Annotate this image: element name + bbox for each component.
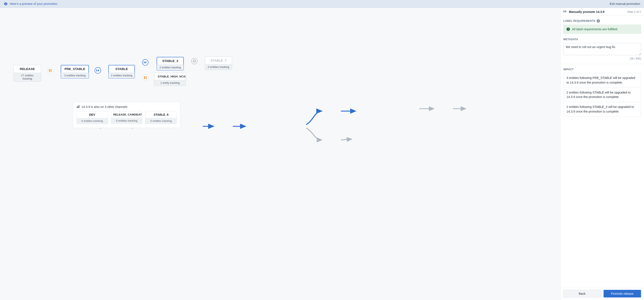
side-panel-title: Manually promote 14.3.9: [569, 10, 604, 13]
impact-item: 3 entities following PRE_STABLE will be …: [564, 73, 641, 88]
promote-release-button[interactable]: Promote release: [604, 290, 641, 298]
other-channel-sub: 0 entities tracking: [77, 118, 108, 124]
flow-node-stable-7[interactable]: STABLE_7 0 entities tracking: [205, 56, 232, 70]
flow-node-name: RELEASE: [14, 65, 41, 73]
label-requirements-ok-alert: i All label requirements are fulfilled.: [563, 25, 641, 34]
impact-item: 2 entities following STABLE will be upgr…: [564, 88, 641, 102]
label-requirements-heading: LABEL REQUIREMENTS i: [563, 19, 641, 23]
flow-node-name: STABLE_HIGH_SCALE: [154, 73, 186, 80]
label-requirements-ok-text: All label requirements are fulfilled.: [572, 27, 618, 31]
eye-icon: [4, 2, 8, 5]
fast-forward-icon: [144, 61, 147, 64]
flow-node-name: PRE_STABLE: [61, 65, 89, 73]
other-channel-card[interactable]: STABLE_6 0 entities tracking: [145, 111, 177, 124]
flow-gate-pause-2[interactable]: [142, 74, 148, 81]
flow-node-name: STABLE: [108, 65, 135, 73]
impact-list: 3 entities following PRE_STABLE will be …: [563, 73, 641, 117]
other-channel-name: DEV: [77, 111, 108, 118]
flow-gate-forward-1[interactable]: [95, 67, 101, 74]
svg-line-9: [194, 60, 195, 62]
svg-line-5: [341, 139, 352, 140]
flow-node-sub: 1 entity tracking: [154, 80, 186, 86]
info-icon[interactable]: i: [596, 19, 600, 23]
flow-connectors: [0, 8, 560, 300]
flow-node-stable[interactable]: STABLE 2 entities tracking: [108, 65, 135, 78]
impact-heading: IMPACT: [563, 68, 641, 71]
divider: [560, 64, 644, 64]
other-channel-card[interactable]: DEV 0 entities tracking: [76, 111, 108, 124]
ok-info-icon: i: [566, 27, 570, 31]
metadata-textarea[interactable]: [563, 43, 641, 55]
side-panel-step: Step 2 of 2: [627, 10, 641, 13]
flow-node-name: STABLE_7: [205, 57, 232, 64]
other-channels-heading: 14.3.9 is also on 3 other channels: [82, 105, 128, 108]
flow-node-stable-3[interactable]: STABLE_3 2 entities tracking: [157, 57, 184, 70]
flow-node-name: STABLE_3: [157, 57, 184, 64]
promotion-flow-canvas[interactable]: RELEASE 17 entities tracking PRE_STABLE …: [0, 8, 560, 300]
pause-icon: [49, 69, 52, 72]
other-channel-sub: 0 entities tracking: [111, 118, 142, 124]
other-channels-list: DEV 0 entities tracking RELEASE_CANDIDAT…: [76, 111, 177, 124]
other-channels-panel: 14.3.9 is also on 3 other channels DEV 0…: [73, 102, 180, 128]
other-channel-name: STABLE_6: [146, 111, 176, 118]
block-icon: [193, 59, 196, 63]
preview-banner-text: Here's a preview of your promotion.: [10, 2, 58, 5]
fast-forward-icon: [563, 10, 567, 13]
flow-node-sub: 3 entities tracking: [61, 73, 89, 78]
flow-node-sub: 17 entities tracking: [14, 73, 41, 81]
flow-gate-pause-1[interactable]: [47, 67, 53, 74]
flow-gate-forward-2[interactable]: [142, 59, 148, 66]
fast-forward-icon: [96, 69, 100, 72]
other-channel-card[interactable]: RELEASE_CANDIDATE 0 entities tracking: [111, 111, 142, 124]
flow-node-sub: 2 entities tracking: [157, 64, 184, 70]
metadata-heading: METADATA: [563, 38, 641, 41]
other-channel-sub: 0 entities tracking: [146, 118, 176, 124]
flow-node-sub: 2 entities tracking: [108, 73, 135, 78]
exit-manual-promotion-link[interactable]: Exit manual promotion: [610, 2, 640, 5]
metadata-counter: (38 / 500): [563, 57, 641, 60]
promote-side-panel: Manually promote 14.3.9 Step 2 of 2 LABE…: [560, 8, 644, 300]
impact-item: 2 entities following STABLE_3 will be up…: [564, 102, 641, 117]
flow-gate-block[interactable]: [191, 58, 198, 64]
flow-node-pre-stable[interactable]: PRE_STABLE 3 entities tracking: [61, 65, 89, 78]
preview-banner: Here's a preview of your promotion. Exit…: [0, 0, 644, 8]
flow-node-release[interactable]: RELEASE 17 entities tracking: [14, 65, 41, 82]
flow-node-sub: 0 entities tracking: [205, 64, 232, 70]
other-channel-name: RELEASE_CANDIDATE: [111, 111, 142, 118]
back-button[interactable]: Back: [563, 290, 601, 298]
pause-icon: [144, 76, 146, 79]
branch-icon: [76, 105, 80, 108]
flow-node-stable-high-scale[interactable]: STABLE_HIGH_SCALE 1 entity tracking: [154, 73, 186, 86]
